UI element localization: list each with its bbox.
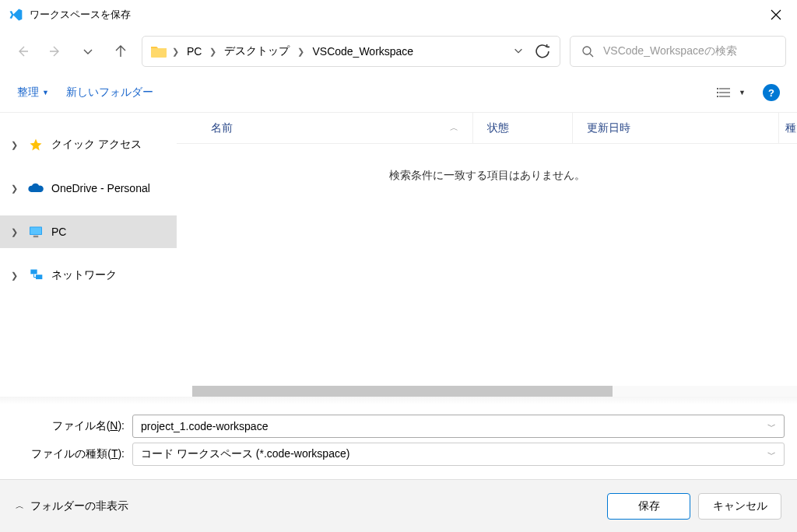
close-button[interactable] xyxy=(758,2,794,27)
forward-button[interactable] xyxy=(44,40,67,63)
svg-rect-7 xyxy=(30,270,37,275)
bottom-panel: ファイル名(N): project_1.code-workspace ﹀ ファイ… xyxy=(0,397,797,532)
svg-rect-6 xyxy=(33,236,38,237)
svg-point-0 xyxy=(583,47,591,54)
chevron-down-icon xyxy=(513,45,524,56)
filetype-select[interactable]: コード ワークスペース (*.code-workspace) ﹀ xyxy=(132,443,785,466)
chevron-down-icon[interactable]: ﹀ xyxy=(767,421,776,432)
breadcrumb-item[interactable]: デスクトップ xyxy=(221,43,293,60)
view-options-button[interactable]: ▼ xyxy=(717,86,746,99)
svg-point-1 xyxy=(717,88,718,89)
sidebar: ❯ クイック アクセス ❯ OneDrive - Personal ❯ PC ❯ xyxy=(0,113,177,398)
arrow-left-icon xyxy=(16,45,29,58)
window-title: ワークスペースを保存 xyxy=(30,8,758,22)
file-list: 名前 ︿ 状態 更新日時 種 検索条件に一致する項目はありません。 xyxy=(177,113,797,398)
svg-point-3 xyxy=(717,96,718,97)
cancel-button[interactable]: キャンセル xyxy=(698,493,781,520)
new-folder-button[interactable]: 新しいフォルダー xyxy=(66,86,153,100)
sidebar-item-label: ネットワーク xyxy=(51,268,117,282)
caret-down-icon: ▼ xyxy=(739,89,746,96)
filetype-label: ファイルの種類(T): xyxy=(0,447,132,461)
sidebar-item-label: OneDrive - Personal xyxy=(51,182,150,194)
refresh-icon xyxy=(535,44,549,58)
column-header-status[interactable]: 状態 xyxy=(472,113,572,143)
svg-rect-5 xyxy=(30,227,41,234)
arrow-right-icon xyxy=(49,45,61,58)
chevron-up-icon: ︿ xyxy=(16,500,24,512)
folder-icon xyxy=(150,44,167,58)
organize-button[interactable]: 整理 ▼ xyxy=(17,86,49,100)
star-icon xyxy=(28,137,44,152)
search-placeholder: VSCode_Workspaceの検索 xyxy=(603,44,737,58)
network-icon xyxy=(28,268,44,283)
sidebar-item-onedrive[interactable]: ❯ OneDrive - Personal xyxy=(0,172,177,205)
up-button[interactable] xyxy=(109,40,132,63)
chevron-down-icon[interactable]: ﹀ xyxy=(767,449,776,460)
chevron-right-icon: ❯ xyxy=(297,47,304,57)
close-icon xyxy=(771,9,781,20)
chevron-right-icon: ❯ xyxy=(11,227,20,237)
filename-input[interactable]: project_1.code-workspace ﹀ xyxy=(132,415,785,438)
column-headers: 名前 ︿ 状態 更新日時 種 xyxy=(177,113,797,144)
save-button[interactable]: 保存 xyxy=(607,493,690,520)
address-dropdown[interactable] xyxy=(513,45,524,58)
recent-locations-button[interactable] xyxy=(76,40,100,63)
sort-indicator-icon: ︿ xyxy=(450,122,458,134)
chevron-right-icon: ❯ xyxy=(172,47,179,57)
scrollbar-thumb[interactable] xyxy=(192,386,613,397)
address-bar[interactable]: ❯ PC ❯ デスクトップ ❯ VSCode_Workspace xyxy=(142,36,560,67)
svg-rect-8 xyxy=(36,275,42,279)
column-header-date[interactable]: 更新日時 xyxy=(572,113,778,143)
breadcrumb-item[interactable]: PC xyxy=(184,44,205,59)
caret-down-icon: ▼ xyxy=(42,89,49,96)
onedrive-icon xyxy=(28,180,44,196)
column-header-type[interactable]: 種 xyxy=(778,113,797,143)
chevron-right-icon: ❯ xyxy=(11,140,20,150)
chevron-right-icon: ❯ xyxy=(11,271,20,281)
hide-folders-button[interactable]: ︿ フォルダーの非表示 xyxy=(16,499,128,513)
search-input[interactable]: VSCode_Workspaceの検索 xyxy=(570,36,786,67)
arrow-up-icon xyxy=(114,45,127,58)
svg-point-2 xyxy=(717,92,718,93)
back-button[interactable] xyxy=(11,40,34,63)
chevron-down-icon xyxy=(82,45,94,58)
sidebar-item-quick-access[interactable]: ❯ クイック アクセス xyxy=(0,128,177,161)
title-bar: ワークスペースを保存 xyxy=(0,0,797,30)
breadcrumb-item[interactable]: VSCode_Workspace xyxy=(309,44,416,59)
chevron-right-icon: ❯ xyxy=(11,184,20,194)
sidebar-item-label: PC xyxy=(51,226,66,238)
toolbar: 整理 ▼ 新しいフォルダー ▼ ? xyxy=(0,73,797,112)
vscode-icon xyxy=(8,7,23,23)
column-header-name[interactable]: 名前 ︿ xyxy=(177,113,472,143)
search-icon xyxy=(581,45,594,58)
chevron-right-icon: ❯ xyxy=(209,47,216,57)
nav-bar: ❯ PC ❯ デスクトップ ❯ VSCode_Workspace VSCode_… xyxy=(0,30,797,73)
filename-label: ファイル名(N): xyxy=(0,419,132,433)
sidebar-item-pc[interactable]: ❯ PC xyxy=(0,215,177,248)
empty-message: 検索条件に一致する項目はありません。 xyxy=(177,144,797,208)
main-area: ❯ クイック アクセス ❯ OneDrive - Personal ❯ PC ❯ xyxy=(0,112,797,398)
sidebar-item-network[interactable]: ❯ ネットワーク xyxy=(0,259,177,292)
sidebar-item-label: クイック アクセス xyxy=(51,138,142,152)
pc-icon xyxy=(28,224,44,240)
list-view-icon xyxy=(717,86,732,99)
help-button[interactable]: ? xyxy=(763,84,780,101)
refresh-button[interactable] xyxy=(533,42,552,61)
footer: ︿ フォルダーの非表示 保存 キャンセル xyxy=(0,479,797,532)
